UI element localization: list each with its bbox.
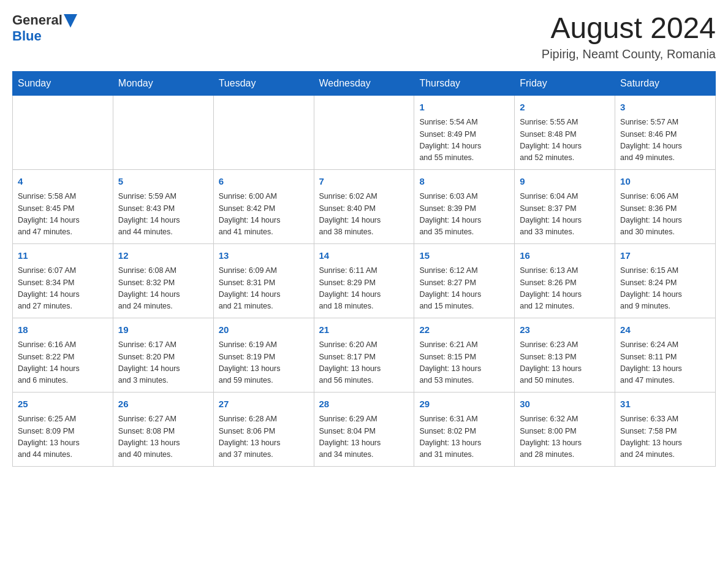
- col-saturday: Saturday: [615, 71, 716, 95]
- logo-triangle-icon: [64, 14, 77, 28]
- table-row: 1Sunrise: 5:54 AM Sunset: 8:49 PM Daylig…: [414, 95, 515, 169]
- calendar-week-row: 25Sunrise: 6:25 AM Sunset: 8:09 PM Dayli…: [13, 392, 716, 466]
- day-info: Sunrise: 6:02 AM Sunset: 8:40 PM Dayligh…: [319, 191, 409, 239]
- day-number: 17: [620, 249, 710, 263]
- day-info: Sunrise: 6:08 AM Sunset: 8:32 PM Dayligh…: [118, 265, 208, 313]
- title-section: August 2024 Pipirig, Neamt County, Roman…: [542, 12, 716, 61]
- day-info: Sunrise: 6:31 AM Sunset: 8:02 PM Dayligh…: [419, 413, 509, 461]
- logo: General Blue: [12, 12, 77, 44]
- day-info: Sunrise: 5:55 AM Sunset: 8:48 PM Dayligh…: [520, 117, 610, 164]
- table-row: 18Sunrise: 6:16 AM Sunset: 8:22 PM Dayli…: [13, 318, 113, 392]
- table-row: 22Sunrise: 6:21 AM Sunset: 8:15 PM Dayli…: [414, 318, 515, 392]
- day-info: Sunrise: 6:07 AM Sunset: 8:34 PM Dayligh…: [18, 265, 108, 313]
- table-row: 23Sunrise: 6:23 AM Sunset: 8:13 PM Dayli…: [515, 318, 615, 392]
- day-info: Sunrise: 5:57 AM Sunset: 8:46 PM Dayligh…: [620, 117, 710, 164]
- day-info: Sunrise: 6:29 AM Sunset: 8:04 PM Dayligh…: [319, 413, 409, 461]
- table-row: 29Sunrise: 6:31 AM Sunset: 8:02 PM Dayli…: [414, 392, 515, 466]
- day-number: 6: [219, 175, 309, 189]
- table-row: 17Sunrise: 6:15 AM Sunset: 8:24 PM Dayli…: [615, 243, 716, 318]
- col-thursday: Thursday: [414, 71, 515, 95]
- table-row: [113, 95, 213, 169]
- day-number: 22: [419, 323, 509, 337]
- day-number: 23: [520, 323, 610, 337]
- table-row: 19Sunrise: 6:17 AM Sunset: 8:20 PM Dayli…: [113, 318, 213, 392]
- day-info: Sunrise: 6:28 AM Sunset: 8:06 PM Dayligh…: [219, 413, 309, 461]
- day-number: 1: [419, 101, 509, 115]
- day-number: 20: [219, 323, 309, 337]
- day-number: 14: [319, 249, 409, 263]
- day-info: Sunrise: 6:11 AM Sunset: 8:29 PM Dayligh…: [319, 265, 409, 313]
- logo-blue-text: Blue: [12, 28, 42, 44]
- day-number: 27: [219, 397, 309, 412]
- table-row: 14Sunrise: 6:11 AM Sunset: 8:29 PM Dayli…: [314, 243, 414, 318]
- table-row: 25Sunrise: 6:25 AM Sunset: 8:09 PM Dayli…: [13, 392, 113, 466]
- col-monday: Monday: [113, 71, 213, 95]
- table-row: [314, 95, 414, 169]
- day-info: Sunrise: 6:19 AM Sunset: 8:19 PM Dayligh…: [219, 339, 309, 387]
- table-row: 13Sunrise: 6:09 AM Sunset: 8:31 PM Dayli…: [213, 243, 314, 318]
- table-row: 24Sunrise: 6:24 AM Sunset: 8:11 PM Dayli…: [615, 318, 716, 392]
- day-number: 19: [118, 323, 208, 337]
- day-number: 26: [118, 397, 208, 412]
- day-number: 30: [520, 397, 610, 412]
- day-number: 12: [118, 249, 208, 263]
- day-info: Sunrise: 6:23 AM Sunset: 8:13 PM Dayligh…: [520, 339, 610, 387]
- calendar-week-row: 11Sunrise: 6:07 AM Sunset: 8:34 PM Dayli…: [13, 243, 716, 318]
- table-row: 30Sunrise: 6:32 AM Sunset: 8:00 PM Dayli…: [515, 392, 615, 466]
- day-number: 25: [18, 397, 108, 412]
- page-header: General Blue August 2024 Pipirig, Neamt …: [12, 12, 716, 61]
- day-number: 18: [18, 323, 108, 337]
- day-number: 13: [219, 249, 309, 263]
- col-tuesday: Tuesday: [213, 71, 314, 95]
- table-row: 15Sunrise: 6:12 AM Sunset: 8:27 PM Dayli…: [414, 243, 515, 318]
- table-row: [213, 95, 314, 169]
- calendar-week-row: 18Sunrise: 6:16 AM Sunset: 8:22 PM Dayli…: [13, 318, 716, 392]
- day-number: 11: [18, 249, 108, 263]
- location-title: Pipirig, Neamt County, Romania: [542, 47, 716, 61]
- day-info: Sunrise: 6:21 AM Sunset: 8:15 PM Dayligh…: [419, 339, 509, 387]
- day-number: 21: [319, 323, 409, 337]
- day-info: Sunrise: 6:03 AM Sunset: 8:39 PM Dayligh…: [419, 191, 509, 239]
- day-info: Sunrise: 6:15 AM Sunset: 8:24 PM Dayligh…: [620, 265, 710, 313]
- calendar-header-row: Sunday Monday Tuesday Wednesday Thursday…: [13, 71, 716, 95]
- day-number: 4: [18, 175, 108, 189]
- day-info: Sunrise: 6:24 AM Sunset: 8:11 PM Dayligh…: [620, 339, 710, 387]
- table-row: 21Sunrise: 6:20 AM Sunset: 8:17 PM Dayli…: [314, 318, 414, 392]
- day-info: Sunrise: 6:06 AM Sunset: 8:36 PM Dayligh…: [620, 191, 710, 239]
- day-number: 16: [520, 249, 610, 263]
- day-info: Sunrise: 5:54 AM Sunset: 8:49 PM Dayligh…: [419, 117, 509, 164]
- table-row: 12Sunrise: 6:08 AM Sunset: 8:32 PM Dayli…: [113, 243, 213, 318]
- day-info: Sunrise: 6:00 AM Sunset: 8:42 PM Dayligh…: [219, 191, 309, 239]
- table-row: 11Sunrise: 6:07 AM Sunset: 8:34 PM Dayli…: [13, 243, 113, 318]
- day-number: 15: [419, 249, 509, 263]
- day-info: Sunrise: 6:13 AM Sunset: 8:26 PM Dayligh…: [520, 265, 610, 313]
- table-row: 16Sunrise: 6:13 AM Sunset: 8:26 PM Dayli…: [515, 243, 615, 318]
- day-info: Sunrise: 6:25 AM Sunset: 8:09 PM Dayligh…: [18, 413, 108, 461]
- table-row: 5Sunrise: 5:59 AM Sunset: 8:43 PM Daylig…: [113, 169, 213, 243]
- table-row: 3Sunrise: 5:57 AM Sunset: 8:46 PM Daylig…: [615, 95, 716, 169]
- day-info: Sunrise: 6:33 AM Sunset: 7:58 PM Dayligh…: [620, 413, 710, 461]
- day-info: Sunrise: 5:58 AM Sunset: 8:45 PM Dayligh…: [18, 191, 108, 239]
- table-row: 10Sunrise: 6:06 AM Sunset: 8:36 PM Dayli…: [615, 169, 716, 243]
- table-row: 7Sunrise: 6:02 AM Sunset: 8:40 PM Daylig…: [314, 169, 414, 243]
- day-info: Sunrise: 6:16 AM Sunset: 8:22 PM Dayligh…: [18, 339, 108, 387]
- month-title: August 2024: [542, 12, 716, 45]
- logo-general-text: General: [12, 12, 63, 28]
- day-number: 24: [620, 323, 710, 337]
- day-number: 5: [118, 175, 208, 189]
- day-number: 3: [620, 101, 710, 115]
- svg-marker-0: [64, 14, 77, 28]
- calendar-week-row: 4Sunrise: 5:58 AM Sunset: 8:45 PM Daylig…: [13, 169, 716, 243]
- calendar-week-row: 1Sunrise: 5:54 AM Sunset: 8:49 PM Daylig…: [13, 95, 716, 169]
- table-row: 6Sunrise: 6:00 AM Sunset: 8:42 PM Daylig…: [213, 169, 314, 243]
- table-row: 4Sunrise: 5:58 AM Sunset: 8:45 PM Daylig…: [13, 169, 113, 243]
- day-number: 31: [620, 397, 710, 412]
- day-info: Sunrise: 6:20 AM Sunset: 8:17 PM Dayligh…: [319, 339, 409, 387]
- day-number: 7: [319, 175, 409, 189]
- table-row: 2Sunrise: 5:55 AM Sunset: 8:48 PM Daylig…: [515, 95, 615, 169]
- day-info: Sunrise: 6:27 AM Sunset: 8:08 PM Dayligh…: [118, 413, 208, 461]
- day-info: Sunrise: 6:09 AM Sunset: 8:31 PM Dayligh…: [219, 265, 309, 313]
- day-number: 8: [419, 175, 509, 189]
- day-number: 28: [319, 397, 409, 412]
- day-number: 10: [620, 175, 710, 189]
